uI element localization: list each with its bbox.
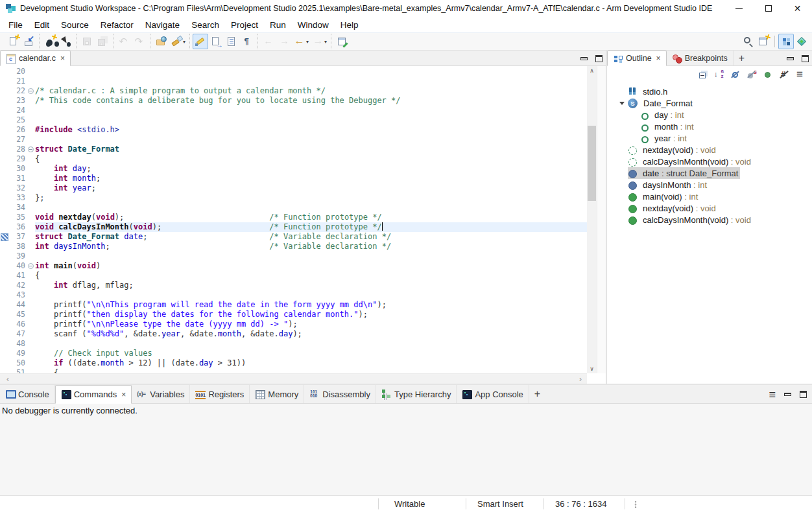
menu-file[interactable]: File [3,18,29,32]
overview-ruler[interactable] [597,66,606,373]
back-button[interactable] [292,34,307,49]
view-menu-icon[interactable]: ≡ [769,389,776,401]
menu-window[interactable]: Window [292,18,335,32]
code-line[interactable]: 49 // Check input values [0,349,587,358]
menu-source[interactable]: Source [55,18,95,32]
outline-item-calcdaysinmonth-void-[interactable]: calcDaysInMonth(void) : void [607,156,812,167]
bottom-tab-app-console[interactable]: App Console [457,385,529,403]
link-with-editor-button[interactable] [779,69,789,80]
menu-run[interactable]: Run [264,18,292,32]
open-element-button[interactable] [153,34,169,49]
fold-collapse-icon[interactable] [28,88,34,94]
code-line[interactable]: 40int main(void) [0,261,587,271]
code-line[interactable]: 48 [0,339,587,349]
scroll-up-icon[interactable]: ∧ [587,66,597,75]
scroll-down-icon[interactable]: ∨ [587,364,597,373]
bottom-tab-disassembly[interactable]: Disassembly [304,385,376,403]
code-line[interactable]: 39 [0,251,587,261]
code-line[interactable]: 23/* This code contains a deliberate bug… [0,96,587,106]
redo-button[interactable] [132,34,147,49]
debug-select-button[interactable] [58,34,73,49]
horizontal-scrollbar[interactable]: ‹ › [0,373,587,384]
fold-collapse-icon[interactable] [28,146,34,152]
code-line[interactable]: 21 [0,76,587,86]
menu-project[interactable]: Project [225,18,264,32]
bottom-tab-variables[interactable]: Variables [132,385,190,403]
fold-column[interactable] [26,145,35,154]
code-line[interactable]: 20 [0,67,587,76]
sort-alpha-button[interactable] [714,69,724,80]
outline-item-daysinmonth[interactable]: daysInMonth : int [607,179,812,191]
code-line[interactable]: 41{ [0,271,587,281]
bottom-new-view-button[interactable]: + [529,385,545,403]
bottom-tab-console[interactable]: Console [0,385,55,403]
show-whitespace-button[interactable] [239,34,255,49]
bottom-tab-registers[interactable]: Registers [190,385,250,403]
minimize-button[interactable] [724,0,754,17]
code-line[interactable]: 37struct Date_Format date; /* Variable d… [0,232,587,242]
code-line[interactable]: 43 [0,290,587,300]
view-menu-button[interactable] [795,69,806,80]
vertical-scrollbar-thumb[interactable] [588,126,596,201]
maximize-button[interactable] [754,0,783,17]
code-line[interactable]: 25 [0,115,587,125]
code-line[interactable]: 24 [0,106,587,115]
forward-button[interactable] [310,34,326,49]
hide-static-button[interactable]: s [746,69,757,80]
import-button[interactable] [21,34,36,49]
save-button[interactable] [79,34,95,49]
code-line[interactable]: 36void calcDaysInMonth(void); /* Functio… [0,222,587,232]
close-button[interactable]: ✕ [783,0,812,17]
outline-item-day[interactable]: day : int [607,109,812,121]
outline-item-main-void-[interactable]: main(void) : int [607,191,812,202]
code-line[interactable]: 33}; [0,193,587,203]
scroll-left-icon[interactable]: ‹ [6,374,9,384]
menu-help[interactable]: Help [335,18,364,32]
code-line[interactable]: 29{ [0,154,587,164]
outline-new-view-button[interactable]: + [734,51,750,65]
outline-item-calcdaysinmonth-void-[interactable]: calcDaysInMonth(void) : void [607,214,812,226]
code-line[interactable]: 32 int year; [0,183,587,193]
code-line[interactable]: 45 printf("then display the dates for th… [0,310,587,320]
outline-maximize-icon[interactable] [802,55,809,62]
scroll-right-icon[interactable]: › [579,374,582,384]
hide-fields-button[interactable] [730,69,741,80]
code-line[interactable]: 30 int day; [0,164,587,174]
outline-item-year[interactable]: year : int [607,132,812,144]
new-debug-connection-button[interactable] [42,34,58,49]
code-line[interactable]: 22/* calendar.c : A simple program to ou… [0,86,587,96]
undo-button[interactable] [116,34,132,49]
outline-minimize-icon[interactable] [787,57,794,60]
bottom-maximize-icon[interactable] [800,391,807,398]
new-editor-window-button[interactable] [334,34,350,49]
code-line[interactable]: 46 printf("\n\nPlease type the date (yyy… [0,320,587,329]
bottom-tab-memory[interactable]: Memory [250,385,304,403]
editor-minimize-icon[interactable] [580,57,588,60]
outline-tab-close-icon[interactable]: × [656,54,661,62]
ds-perspective-button[interactable] [794,34,809,49]
bottom-tab-type-hierarchy[interactable]: Type Hierarchy [376,385,457,403]
code-line[interactable]: 47 scanf ("%d%d%d", &date.year, &date.mo… [0,329,587,339]
open-perspective-button[interactable] [756,34,771,49]
fold-column[interactable] [26,86,35,96]
outline-tab-outline[interactable]: Outline× [607,51,667,66]
bottom-tab-close-icon[interactable]: × [121,391,126,399]
menu-navigate[interactable]: Navigate [139,18,185,32]
code-line[interactable]: 35void nextday(void); /* Function protot… [0,213,587,222]
code-line[interactable]: 28struct Date_Format [0,145,587,154]
outline-item-nextday-void-[interactable]: nextday(void) : void [607,144,812,156]
tab-calendar-c[interactable]: calendar.c × [0,51,71,66]
fold-column[interactable] [26,261,35,271]
code-line[interactable]: 44 printf("\n\nThis program will read th… [0,300,587,310]
mark-occurrences-button[interactable] [193,34,208,49]
code-line[interactable]: 26#include <stdio.h> [0,125,587,135]
menu-search[interactable]: Search [185,18,225,32]
bottom-minimize-icon[interactable] [784,393,791,396]
editor-maximize-icon[interactable] [595,55,603,62]
next-edit-button[interactable] [276,34,292,49]
save-all-button[interactable] [95,34,110,49]
outline-item-date[interactable]: date : struct Date_Format [607,167,812,179]
show-outline-button[interactable] [224,34,239,49]
collapse-all-button[interactable] [698,69,708,80]
outline-item-stdio-h[interactable]: stdio.h [607,86,812,97]
